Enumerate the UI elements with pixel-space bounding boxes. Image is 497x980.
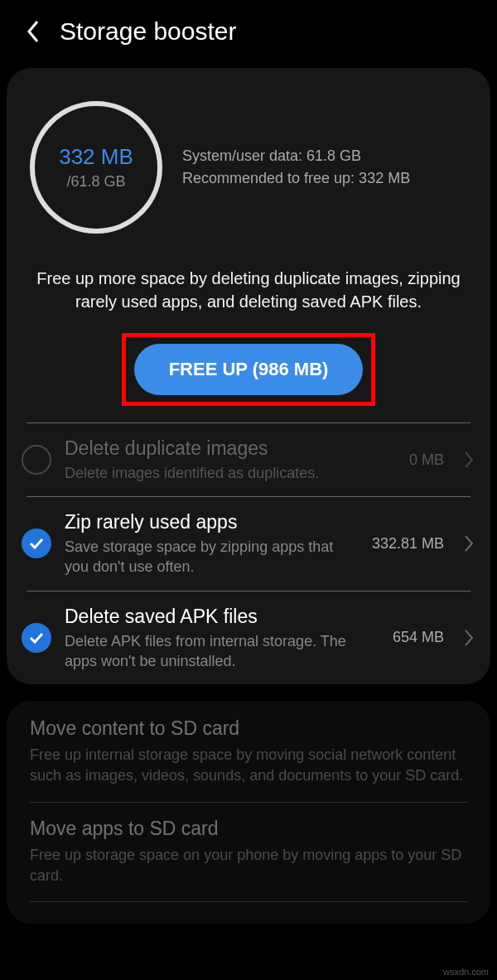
item-title: Delete duplicate images: [65, 437, 396, 461]
check-icon: [27, 629, 46, 647]
free-up-button[interactable]: FREE UP (986 MB): [134, 344, 364, 395]
description-text: Free up more space by deleting duplicate…: [7, 257, 490, 326]
item-body: Delete saved APK files Delete APK files …: [65, 605, 379, 671]
item-body: Zip rarely used apps Save storage space …: [65, 510, 359, 577]
list-item-zip-apps[interactable]: Zip rarely used apps Save storage space …: [7, 497, 490, 590]
checkbox-zip-apps[interactable]: [22, 529, 51, 558]
storage-gauge: 332 MB /61.8 GB: [30, 101, 162, 234]
divider: [30, 802, 467, 803]
item-body: Delete duplicate images Delete images id…: [65, 437, 396, 483]
sd-item-move-content[interactable]: Move content to SD card Free up internal…: [30, 717, 467, 786]
item-title: Zip rarely used apps: [65, 510, 359, 535]
back-button[interactable]: [17, 15, 50, 48]
item-size: 332.81 MB: [372, 535, 444, 553]
action-wrap: FREE UP (986 MB): [7, 326, 490, 422]
item-size: 0 MB: [409, 451, 444, 469]
chevron-right-icon: [464, 629, 474, 647]
header: Storage booster: [0, 0, 497, 68]
list-item-delete-apk[interactable]: Delete saved APK files Delete APK files …: [7, 591, 490, 684]
sd-card-section: Move content to SD card Free up internal…: [7, 701, 490, 924]
gauge-main-value: 332 MB: [59, 144, 133, 170]
watermark: wsxdn.com: [443, 967, 489, 977]
stats-text: System/user data: 61.8 GB Recommended to…: [182, 145, 467, 190]
sd-title: Move apps to SD card: [30, 818, 467, 840]
gauge-sub-value: /61.8 GB: [66, 173, 125, 191]
page-title: Storage booster: [60, 17, 236, 46]
list-item-duplicate-images[interactable]: Delete duplicate images Delete images id…: [7, 423, 490, 496]
sd-item-move-apps[interactable]: Move apps to SD card Free up storage spa…: [30, 818, 467, 886]
highlight-box: FREE UP (986 MB): [122, 333, 376, 406]
check-icon: [27, 534, 46, 553]
chevron-right-icon: [464, 451, 474, 469]
item-size: 654 MB: [393, 629, 444, 646]
divider: [30, 901, 467, 902]
sd-sub: Free up storage space on your phone by m…: [30, 845, 467, 886]
checkbox-duplicate-images[interactable]: [22, 445, 51, 475]
stats-line-1: System/user data: 61.8 GB: [182, 145, 467, 167]
item-sub: Delete APK files from internal storage. …: [65, 631, 379, 672]
chevron-left-icon: [25, 19, 41, 44]
sd-title: Move content to SD card: [30, 717, 467, 740]
item-sub: Save storage space by zipping apps that …: [65, 537, 359, 577]
item-title: Delete saved APK files: [65, 605, 379, 630]
stats-row: 332 MB /61.8 GB System/user data: 61.8 G…: [7, 68, 490, 257]
gauge-ring: 332 MB /61.8 GB: [30, 101, 162, 234]
main-card: 332 MB /61.8 GB System/user data: 61.8 G…: [7, 68, 490, 684]
item-sub: Delete images identified as duplicates.: [65, 463, 396, 483]
stats-line-2: Recommended to free up: 332 MB: [182, 167, 467, 190]
checkbox-delete-apk[interactable]: [22, 623, 51, 653]
sd-sub: Free up internal storage space by moving…: [30, 745, 467, 786]
chevron-right-icon: [464, 534, 474, 553]
